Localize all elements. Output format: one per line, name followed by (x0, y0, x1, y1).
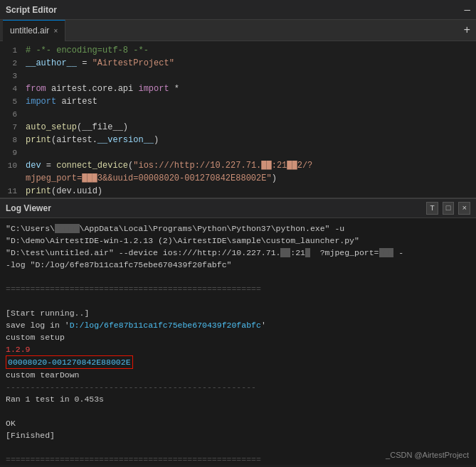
code-area[interactable]: 1 # -*- encoding=utf-8 -*- 2 __author__ … (0, 41, 476, 198)
log-line: "D:\demo\AirtestIDE-win-1.2.13 (2)\Airte… (6, 235, 470, 247)
log-line (6, 295, 470, 307)
minimize-icon[interactable]: — (465, 4, 470, 16)
log-line: -log "D:/log/6fe87b11ca1fc75ebe670439f20… (6, 259, 470, 271)
log-dashes: ----------------------------------------… (6, 381, 470, 393)
script-editor: Script Editor — untitled.air × + 1 # -*-… (0, 0, 476, 198)
log-finished: [Finished] (6, 429, 470, 441)
log-content-wrapper: "C:\Users\■■■■■\AppData\Local\Programs\P… (0, 218, 476, 465)
log-line: "D:\test\untitled.air" --device ios:///h… (6, 247, 470, 259)
tab-close-icon[interactable]: × (53, 27, 58, 35)
log-version: 1.2.9 (6, 343, 470, 355)
code-line: 5 import airtest (0, 95, 476, 108)
code-line: 3 (0, 70, 476, 82)
code-line: 2 __author__ = "AirtestProject" (0, 57, 476, 70)
log-float-button[interactable]: □ (443, 202, 455, 215)
log-save: save log in 'D:/log/6fe87b11ca1fc75ebe67… (6, 319, 470, 331)
log-filter-button[interactable]: T (426, 202, 438, 215)
code-line: 11 print(dev.uuid) (0, 185, 476, 198)
tab-untitled[interactable]: untitled.air × (3, 20, 65, 41)
log-close-button[interactable]: × (458, 202, 470, 215)
log-teardown: custom tearDown (6, 369, 470, 381)
log-line (6, 271, 470, 283)
code-line: 7 auto_setup(__file__) (0, 121, 476, 134)
log-controls: T □ × (426, 202, 470, 215)
watermark: _CSDN @AirtestProject (386, 451, 469, 459)
log-ok: OK (6, 417, 470, 429)
tab-label: untitled.air (10, 26, 49, 36)
log-line: "C:\Users\■■■■■\AppData\Local\Programs\P… (6, 222, 470, 235)
log-titlebar: Log Viewer T □ × (0, 198, 476, 218)
editor-title: Script Editor (6, 5, 57, 15)
log-ran: Ran 1 test in 0.453s (6, 393, 470, 405)
log-title: Log Viewer (6, 203, 51, 213)
log-content[interactable]: "C:\Users\■■■■■\AppData\Local\Programs\P… (0, 218, 476, 465)
code-line-continuation: mjpeg_port=███3&&uuid=00008020-001270842… (0, 172, 476, 185)
log-separator: ========================================… (6, 283, 470, 295)
tab-add-button[interactable]: + (463, 24, 470, 37)
editor-tabs: untitled.air × + (0, 20, 476, 41)
log-start: [Start running..] (6, 307, 470, 319)
log-viewer: Log Viewer T □ × "C:\Users\■■■■■\AppData… (0, 198, 476, 465)
code-line: 4 from airtest.core.api import * (0, 82, 476, 95)
log-blank (6, 405, 470, 417)
code-line: 6 (0, 108, 476, 121)
code-line: 8 print(airtest.__version__) (0, 134, 476, 146)
code-line: 1 # -*- encoding=utf-8 -*- (0, 44, 476, 57)
log-custom-setup: custom setup (6, 331, 470, 343)
log-uuid-line: 00008020-001270842E88002E (6, 355, 470, 369)
editor-titlebar: Script Editor — (0, 0, 476, 20)
code-line: 10 dev = connect_device("ios:///http://1… (0, 159, 476, 172)
code-line: 9 (0, 146, 476, 159)
